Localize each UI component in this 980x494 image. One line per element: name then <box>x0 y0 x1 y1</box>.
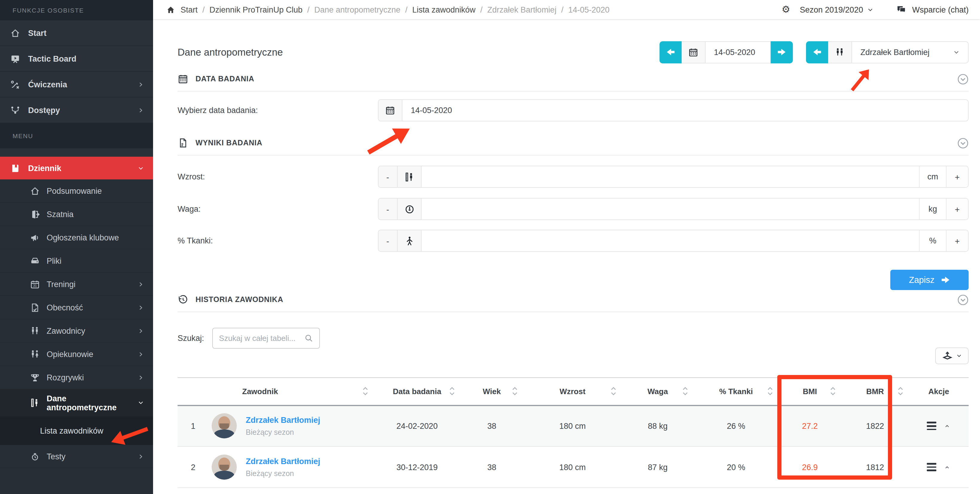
col-bmr[interactable]: BMR <box>841 378 909 405</box>
col-label: Zawodnik <box>242 387 278 396</box>
cell-height: 180 cm <box>523 446 622 488</box>
col-zawodnik[interactable]: Zawodnik <box>209 378 374 405</box>
sort-icon[interactable] <box>830 387 836 396</box>
sidebar-subitem-rozgrywki[interactable]: Rozgrywki <box>0 366 153 389</box>
sidebar-item-dziennik[interactable]: Dziennik <box>0 157 153 179</box>
sort-icon[interactable] <box>611 387 616 396</box>
sidebar-subitem-podsumowanie[interactable]: Podsumowanie <box>0 179 153 203</box>
table-row: 1 Zdrzałek Bartłomiej Bieżący sezon 24-0… <box>178 405 969 446</box>
body-fat-plus-button[interactable]: + <box>946 230 968 251</box>
sort-icon[interactable] <box>362 387 368 396</box>
sidebar-item-dostepy[interactable]: Dostępy <box>0 97 153 123</box>
breadcrumb-start[interactable]: Start <box>181 5 197 14</box>
breadcrumb-separator: / <box>480 5 483 14</box>
col-waga[interactable]: Waga <box>622 378 694 405</box>
collapse-section-button[interactable] <box>957 137 969 148</box>
subitem-label: Dane antropometryczne <box>47 394 137 412</box>
sidebar-item-start[interactable]: Start <box>0 20 153 46</box>
height-measure-icon <box>30 398 40 408</box>
sidebar-subitem-treningi[interactable]: Treningi <box>0 273 153 296</box>
body-fat-minus-button[interactable]: - <box>379 230 398 251</box>
sidebar-subitem-zawodnicy[interactable]: Zawodnicy <box>0 319 153 343</box>
body-icon <box>398 230 422 251</box>
date-nav-value[interactable]: 14-05-2020 <box>705 41 771 63</box>
save-button[interactable]: Zapisz <box>890 270 969 290</box>
sort-icon[interactable] <box>512 387 518 396</box>
sidebar-subitem-testy[interactable]: Testy <box>0 445 153 468</box>
breadcrumb-lista-zawodnikow[interactable]: Lista zawodników <box>412 5 476 14</box>
exam-date-row: Wybierz data badania: 14-05-2020 <box>178 99 969 121</box>
cell-bmi: 26.9 <box>778 446 841 488</box>
breadcrumb-dane-antropometryczne[interactable]: Dane antropometryczne <box>314 5 400 14</box>
support-chat-link[interactable]: Wsparcie (chat) <box>897 5 969 14</box>
players-icon-segment <box>828 41 851 63</box>
sort-icon[interactable] <box>682 387 688 396</box>
subitem-label: Podsumowanie <box>47 186 102 195</box>
sidebar-item-cwiczenia[interactable]: Ćwiczenia <box>0 72 153 97</box>
breadcrumb-dziennik[interactable]: Dziennik ProTrainUp Club <box>210 5 302 14</box>
sidebar-item-tactic-board[interactable]: Tactic Board <box>0 46 153 72</box>
player-link[interactable]: Zdrzałek Bartłomiej <box>246 457 320 465</box>
section-divider <box>178 312 969 312</box>
section-head-historia: HISTORIA ZAWODNIKA <box>178 291 969 308</box>
sidebar-subitem-lista-zawodnikow[interactable]: Lista zawodników <box>0 417 153 445</box>
weight-stepper: - kg + <box>378 198 969 220</box>
sidebar-subitem-obecnosc[interactable]: Obecność <box>0 296 153 319</box>
sidebar-subitem-szatnia[interactable]: Szatnia <box>0 203 153 226</box>
row-menu-button[interactable] <box>927 422 936 430</box>
height-measure-icon <box>398 166 422 187</box>
height-minus-button[interactable]: - <box>379 166 398 187</box>
journal-book-icon <box>10 163 20 173</box>
calendar-icon-segment <box>682 41 705 63</box>
weight-minus-button[interactable]: - <box>379 199 398 220</box>
body-fat-input[interactable] <box>422 230 919 251</box>
export-button[interactable] <box>935 347 969 364</box>
cell-date: 24-02-2020 <box>374 405 460 446</box>
sort-icon[interactable] <box>767 387 773 396</box>
col-wiek[interactable]: Wiek <box>460 378 523 405</box>
section-divider <box>178 155 969 156</box>
player-link[interactable]: Zdrzałek Bartłomiej <box>246 416 320 425</box>
row-menu-button[interactable] <box>927 463 936 471</box>
exam-date-picker[interactable]: 14-05-2020 <box>378 99 969 121</box>
weight-unit: kg <box>919 199 946 220</box>
door-icon <box>30 209 40 219</box>
collapse-section-button[interactable] <box>957 294 969 305</box>
sidebar-subitem-opiekunowie[interactable]: Opiekunowie <box>0 343 153 366</box>
breadcrumb-separator: / <box>405 5 407 14</box>
col-wzrost[interactable]: Wzrost <box>523 378 622 405</box>
date-prev-button[interactable] <box>660 41 682 63</box>
section-head-data-badania: DATA BADANIA <box>178 70 969 87</box>
chevron-up-icon[interactable] <box>943 464 951 470</box>
sidebar-subitem-ogloszenia[interactable]: Ogłoszenia klubowe <box>0 226 153 249</box>
sort-icon[interactable] <box>449 387 455 396</box>
exam-date-label: Wybierz data badania: <box>178 106 378 115</box>
breadcrumb-player[interactable]: Zdrzałek Bartłomiej <box>487 5 556 14</box>
col-bmi[interactable]: BMI <box>778 378 841 405</box>
collapse-section-button[interactable] <box>957 73 969 84</box>
search-label: Szukaj: <box>178 334 204 343</box>
home-icon[interactable] <box>166 5 175 14</box>
app-viewport: FUNKCJE OSOBISTE Start Tactic Board Ćwic… <box>0 0 980 494</box>
players-icon <box>835 47 845 57</box>
height-input[interactable] <box>422 166 919 187</box>
player-prev-button[interactable] <box>806 41 828 63</box>
weight-input[interactable] <box>422 199 919 220</box>
weight-plus-button[interactable]: + <box>946 199 968 220</box>
height-label: Wzrost: <box>178 172 378 181</box>
row-actions <box>909 463 969 471</box>
date-next-button[interactable] <box>771 41 793 63</box>
chevron-up-icon[interactable] <box>943 424 951 429</box>
sidebar-subitem-dane-antropometryczne[interactable]: Dane antropometryczne <box>0 389 153 417</box>
height-plus-button[interactable]: + <box>946 166 968 187</box>
sort-icon[interactable] <box>897 387 904 396</box>
sidebar-item-label: Dostępy <box>28 105 60 115</box>
col-tkanki[interactable]: % Tkanki <box>694 378 778 405</box>
cell-bmr: 1812 <box>841 446 909 488</box>
player-select[interactable]: Zdrzałek Bartłomiej <box>851 41 969 63</box>
search-input[interactable] <box>219 334 305 343</box>
sidebar-subitem-pliki[interactable]: Pliki <box>0 249 153 273</box>
col-data-badania[interactable]: Data badania <box>374 378 460 405</box>
breadcrumb-date[interactable]: 14-05-2020 <box>568 5 609 14</box>
season-selector[interactable]: ⚙ Sezon 2019/2020 <box>782 5 874 14</box>
